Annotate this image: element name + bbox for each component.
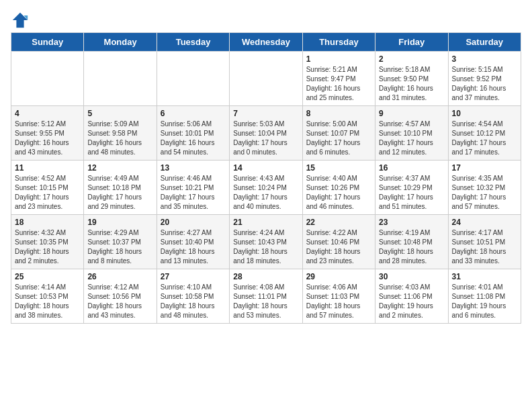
day-header-tuesday: Tuesday [157,33,229,52]
day-number: 15 [306,163,371,173]
day-content: Sunrise: 5:12 AM Sunset: 9:55 PM Dayligh… [15,120,80,157]
calendar-week-5: 25Sunrise: 4:14 AM Sunset: 10:53 PM Dayl… [11,269,521,324]
day-number: 31 [452,272,517,281]
calendar-cell: 2Sunrise: 5:18 AM Sunset: 9:50 PM Daylig… [375,52,448,106]
day-content: Sunrise: 5:18 AM Sunset: 9:50 PM Dayligh… [379,65,444,103]
day-number: 7 [233,109,298,118]
calendar-week-2: 4Sunrise: 5:12 AM Sunset: 9:55 PM Daylig… [11,106,521,161]
calendar-cell: 25Sunrise: 4:14 AM Sunset: 10:53 PM Dayl… [11,269,84,324]
day-number: 1 [306,54,371,64]
day-content: Sunrise: 4:19 AM Sunset: 10:48 PM Daylig… [379,228,444,266]
day-content: Sunrise: 4:49 AM Sunset: 10:18 PM Daylig… [87,174,152,212]
calendar-cell: 13Sunrise: 4:46 AM Sunset: 10:21 PM Dayl… [157,161,229,215]
day-number: 18 [15,218,80,227]
calendar-cell: 15Sunrise: 4:40 AM Sunset: 10:26 PM Dayl… [302,161,375,215]
calendar-cell: 9Sunrise: 4:57 AM Sunset: 10:10 PM Dayli… [375,106,448,161]
day-number: 23 [379,218,444,227]
calendar-cell: 14Sunrise: 4:43 AM Sunset: 10:24 PM Dayl… [230,161,302,215]
day-number: 29 [306,272,371,281]
calendar-cell: 20Sunrise: 4:27 AM Sunset: 10:40 PM Dayl… [157,215,229,269]
day-number: 19 [87,218,152,227]
day-content: Sunrise: 5:06 AM Sunset: 10:01 PM Daylig… [161,120,226,157]
day-number: 21 [233,218,298,227]
day-number: 12 [87,163,152,173]
day-content: Sunrise: 4:03 AM Sunset: 11:06 PM Daylig… [379,283,444,320]
calendar-week-1: 1Sunrise: 5:21 AM Sunset: 9:47 PM Daylig… [11,52,521,106]
calendar-cell: 17Sunrise: 4:35 AM Sunset: 10:32 PM Dayl… [448,161,521,215]
logo-icon [11,11,30,30]
calendar-cell: 23Sunrise: 4:19 AM Sunset: 10:48 PM Dayl… [375,215,448,269]
day-content: Sunrise: 4:32 AM Sunset: 10:35 PM Daylig… [15,228,80,266]
day-number: 8 [306,109,371,118]
calendar-body: 1Sunrise: 5:21 AM Sunset: 9:47 PM Daylig… [11,52,521,324]
calendar-cell: 26Sunrise: 4:12 AM Sunset: 10:56 PM Dayl… [84,269,157,324]
calendar-cell: 10Sunrise: 4:54 AM Sunset: 10:12 PM Dayl… [448,106,521,161]
day-content: Sunrise: 4:52 AM Sunset: 10:15 PM Daylig… [15,174,80,212]
day-number: 10 [452,109,517,118]
day-content: Sunrise: 4:35 AM Sunset: 10:32 PM Daylig… [452,174,517,212]
day-header-thursday: Thursday [302,33,375,52]
day-number: 25 [15,272,80,281]
calendar-cell: 28Sunrise: 4:08 AM Sunset: 11:01 PM Dayl… [230,269,302,324]
day-number: 14 [233,163,298,173]
calendar-cell: 22Sunrise: 4:22 AM Sunset: 10:46 PM Dayl… [302,215,375,269]
calendar-cell: 6Sunrise: 5:06 AM Sunset: 10:01 PM Dayli… [157,106,229,161]
day-number: 28 [233,272,298,281]
day-content: Sunrise: 4:24 AM Sunset: 10:43 PM Daylig… [233,228,298,266]
day-header-wednesday: Wednesday [230,33,302,52]
day-content: Sunrise: 4:17 AM Sunset: 10:51 PM Daylig… [452,228,517,266]
calendar-cell: 24Sunrise: 4:17 AM Sunset: 10:51 PM Dayl… [448,215,521,269]
day-content: Sunrise: 4:14 AM Sunset: 10:53 PM Daylig… [15,283,80,320]
day-header-friday: Friday [375,33,448,52]
svg-marker-0 [13,13,28,28]
day-content: Sunrise: 4:06 AM Sunset: 11:03 PM Daylig… [306,283,371,320]
calendar-cell [84,52,157,106]
day-number: 26 [87,272,152,281]
day-number: 2 [379,54,444,64]
day-header-monday: Monday [84,33,157,52]
calendar-cell: 3Sunrise: 5:15 AM Sunset: 9:52 PM Daylig… [448,52,521,106]
calendar-cell [230,52,302,106]
calendar-cell: 8Sunrise: 5:00 AM Sunset: 10:07 PM Dayli… [302,106,375,161]
day-content: Sunrise: 5:00 AM Sunset: 10:07 PM Daylig… [306,120,371,157]
day-content: Sunrise: 4:27 AM Sunset: 10:40 PM Daylig… [161,228,226,266]
day-number: 22 [306,218,371,227]
day-content: Sunrise: 4:01 AM Sunset: 11:08 PM Daylig… [452,283,517,320]
day-header-sunday: Sunday [11,33,84,52]
day-number: 11 [15,163,80,173]
calendar-table: SundayMondayTuesdayWednesdayThursdayFrid… [11,32,521,324]
logo [11,11,32,30]
day-number: 27 [161,272,226,281]
day-number: 4 [15,109,80,118]
day-content: Sunrise: 4:10 AM Sunset: 10:58 PM Daylig… [161,283,226,320]
day-number: 6 [161,109,226,118]
calendar-cell: 11Sunrise: 4:52 AM Sunset: 10:15 PM Dayl… [11,161,84,215]
day-content: Sunrise: 4:54 AM Sunset: 10:12 PM Daylig… [452,120,517,157]
calendar-cell: 4Sunrise: 5:12 AM Sunset: 9:55 PM Daylig… [11,106,84,161]
calendar-cell [11,52,84,106]
calendar-cell: 30Sunrise: 4:03 AM Sunset: 11:06 PM Dayl… [375,269,448,324]
calendar-cell: 19Sunrise: 4:29 AM Sunset: 10:37 PM Dayl… [84,215,157,269]
day-content: Sunrise: 4:22 AM Sunset: 10:46 PM Daylig… [306,228,371,266]
calendar-cell: 21Sunrise: 4:24 AM Sunset: 10:43 PM Dayl… [230,215,302,269]
calendar-week-3: 11Sunrise: 4:52 AM Sunset: 10:15 PM Dayl… [11,161,521,215]
day-number: 20 [161,218,226,227]
calendar-cell: 1Sunrise: 5:21 AM Sunset: 9:47 PM Daylig… [302,52,375,106]
day-content: Sunrise: 4:29 AM Sunset: 10:37 PM Daylig… [87,228,152,266]
day-header-saturday: Saturday [448,33,521,52]
calendar-cell: 18Sunrise: 4:32 AM Sunset: 10:35 PM Dayl… [11,215,84,269]
day-content: Sunrise: 5:09 AM Sunset: 9:58 PM Dayligh… [87,120,152,157]
calendar-cell: 7Sunrise: 5:03 AM Sunset: 10:04 PM Dayli… [230,106,302,161]
day-number: 16 [379,163,444,173]
calendar-week-4: 18Sunrise: 4:32 AM Sunset: 10:35 PM Dayl… [11,215,521,269]
calendar-header-row: SundayMondayTuesdayWednesdayThursdayFrid… [11,33,521,52]
calendar-cell: 16Sunrise: 4:37 AM Sunset: 10:29 PM Dayl… [375,161,448,215]
calendar-cell: 5Sunrise: 5:09 AM Sunset: 9:58 PM Daylig… [84,106,157,161]
day-content: Sunrise: 4:57 AM Sunset: 10:10 PM Daylig… [379,120,444,157]
header [11,11,521,30]
day-number: 5 [87,109,152,118]
day-content: Sunrise: 4:37 AM Sunset: 10:29 PM Daylig… [379,174,444,212]
day-content: Sunrise: 4:46 AM Sunset: 10:21 PM Daylig… [161,174,226,212]
calendar-cell: 12Sunrise: 4:49 AM Sunset: 10:18 PM Dayl… [84,161,157,215]
calendar-cell: 27Sunrise: 4:10 AM Sunset: 10:58 PM Dayl… [157,269,229,324]
